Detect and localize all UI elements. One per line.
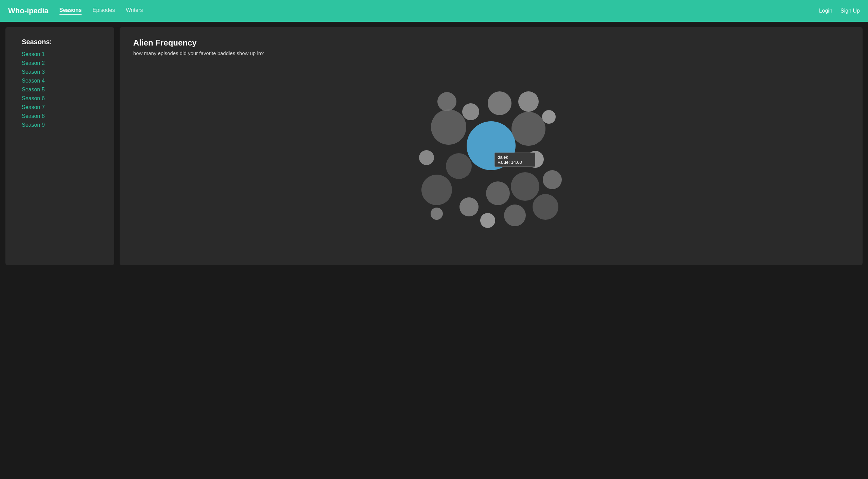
svg-point-15 (480, 213, 495, 228)
season-8-link[interactable]: Season 8 (22, 113, 45, 119)
tooltip-value: Value: 14.00 (498, 160, 532, 165)
svg-point-8 (511, 112, 545, 146)
svg-point-6 (511, 172, 539, 201)
list-item: Season 8 (22, 113, 98, 119)
svg-point-3 (421, 175, 452, 205)
season-7-link[interactable]: Season 7 (22, 104, 45, 110)
list-item: Season 4 (22, 78, 98, 84)
svg-point-9 (488, 91, 511, 115)
season-list: Season 1 Season 2 Season 3 Season 4 Seas… (22, 51, 98, 128)
list-item: Season 1 (22, 51, 98, 57)
list-item: Season 5 (22, 87, 98, 93)
season-6-link[interactable]: Season 6 (22, 95, 45, 101)
svg-point-4 (459, 197, 479, 216)
season-2-link[interactable]: Season 2 (22, 60, 45, 66)
bubble-chart: dalek Value: 14.00 (133, 64, 849, 234)
svg-point-19 (543, 170, 562, 189)
nav-links: Seasons Episodes Writers (59, 7, 819, 15)
list-item: Season 3 (22, 69, 98, 75)
nav-link-episodes[interactable]: Episodes (92, 7, 115, 15)
nav-link-writers[interactable]: Writers (126, 7, 143, 15)
login-link[interactable]: Login (819, 8, 832, 14)
season-1-link[interactable]: Season 1 (22, 51, 45, 57)
nav-auth: Login Sign Up (819, 8, 860, 14)
svg-point-12 (437, 92, 456, 111)
svg-point-11 (542, 110, 556, 124)
svg-point-1 (431, 109, 466, 145)
main-content: Seasons: Season 1 Season 2 Season 3 Seas… (0, 22, 868, 270)
signup-link[interactable]: Sign Up (840, 8, 860, 14)
season-4-link[interactable]: Season 4 (22, 78, 45, 84)
bubble-svg: dalek Value: 14.00 (382, 61, 600, 237)
nav-link-seasons[interactable]: Seasons (59, 7, 82, 15)
svg-point-2 (446, 153, 472, 179)
svg-point-17 (462, 103, 479, 120)
season-3-link[interactable]: Season 3 (22, 69, 45, 75)
svg-point-10 (518, 91, 539, 112)
season-5-link[interactable]: Season 5 (22, 87, 45, 92)
chart-title: Alien Frequency (133, 38, 849, 48)
svg-point-18 (431, 208, 443, 220)
list-item: Season 9 (22, 122, 98, 128)
seasons-title: Seasons: (22, 38, 98, 46)
chart-subtitle: how many episodes did your favorite badd… (133, 50, 849, 56)
navbar: Who-ipedia Seasons Episodes Writers Logi… (0, 0, 868, 22)
list-item: Season 2 (22, 60, 98, 66)
svg-point-5 (486, 181, 510, 205)
tooltip-name: dalek (498, 155, 532, 160)
season-9-link[interactable]: Season 9 (22, 122, 45, 128)
svg-point-16 (533, 194, 558, 220)
site-logo[interactable]: Who-ipedia (8, 6, 49, 15)
svg-point-13 (419, 150, 434, 165)
chart-panel: Alien Frequency how many episodes did yo… (120, 27, 863, 265)
svg-point-14 (504, 205, 526, 226)
seasons-panel: Seasons: Season 1 Season 2 Season 3 Seas… (5, 27, 114, 265)
list-item: Season 7 (22, 104, 98, 110)
list-item: Season 6 (22, 95, 98, 102)
